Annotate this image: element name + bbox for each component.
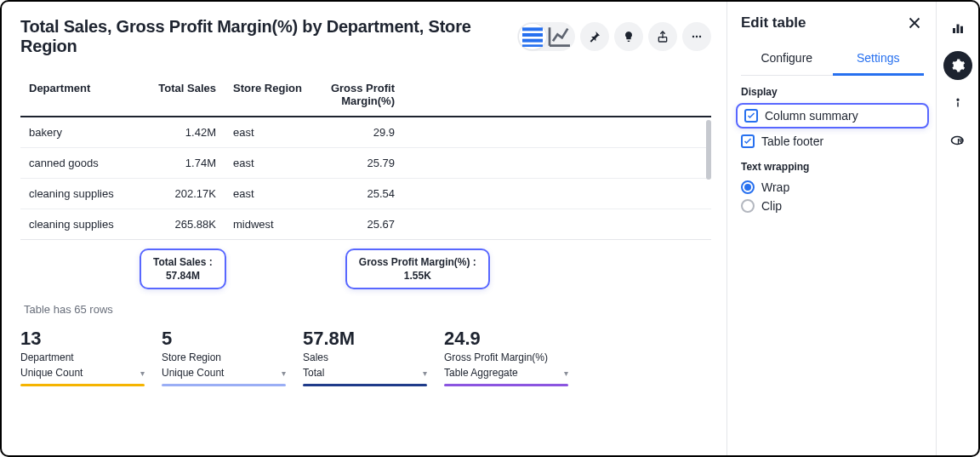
rail-chart-button[interactable] xyxy=(943,14,972,43)
summary-value: 57.8M xyxy=(303,328,427,350)
close-panel-button[interactable] xyxy=(905,14,924,32)
summary-agg-dropdown[interactable]: Unique Count▾ xyxy=(20,365,145,384)
cell-gpm: 25.54 xyxy=(318,179,403,209)
callout-label: Gross Profit Margin(%) : xyxy=(359,255,476,269)
lightbulb-icon xyxy=(622,30,635,43)
pin-button[interactable] xyxy=(580,22,609,51)
svg-text:R: R xyxy=(957,137,963,146)
table-row[interactable]: cleaning supplies202.17Keast25.54 xyxy=(20,179,711,209)
cell-total-sales: 202.17K xyxy=(131,179,225,209)
option-table-footer[interactable]: Table footer xyxy=(741,132,924,151)
summary-card: 57.8MSalesTotal▾ xyxy=(303,328,444,386)
callout-label: Total Sales : xyxy=(153,255,213,269)
svg-rect-3 xyxy=(522,44,543,47)
ideas-button[interactable] xyxy=(614,22,643,51)
summary-label: Department xyxy=(20,351,145,363)
radio-selected-icon xyxy=(741,180,755,194)
summary-agg-label: Unique Count xyxy=(20,367,83,379)
toolbar xyxy=(517,22,711,51)
cell-gpm: 29.9 xyxy=(318,117,403,148)
pin-icon xyxy=(588,30,601,43)
table-view-button[interactable] xyxy=(519,24,546,49)
tab-settings[interactable]: Settings xyxy=(833,48,925,76)
table-row[interactable]: canned goods1.74Meast25.79 xyxy=(20,148,711,179)
svg-rect-2 xyxy=(522,39,543,43)
summary-accent-bar xyxy=(162,384,286,386)
summary-accent-bar xyxy=(303,384,427,386)
option-label: Table footer xyxy=(761,134,823,148)
checkbox-checked-icon xyxy=(741,134,755,148)
cell-total-sales: 1.42M xyxy=(131,117,225,148)
close-icon xyxy=(905,14,924,32)
table-header-row: Department Total Sales Store Region Gros… xyxy=(20,73,711,117)
chart-view-button[interactable] xyxy=(546,24,573,49)
summary-value: 13 xyxy=(20,328,145,350)
svg-point-7 xyxy=(699,36,701,37)
summary-agg-dropdown[interactable]: Unique Count▾ xyxy=(162,365,286,384)
line-chart-icon xyxy=(546,23,573,50)
svg-rect-9 xyxy=(956,25,959,34)
col-header-department[interactable]: Department xyxy=(20,73,131,117)
cell-store-region: east xyxy=(225,148,318,179)
info-icon xyxy=(950,95,966,111)
option-label: Column summary xyxy=(765,109,858,123)
cell-department: cleaning supplies xyxy=(20,209,131,240)
gear-icon xyxy=(950,58,966,73)
option-wrap[interactable]: Wrap xyxy=(741,178,924,197)
svg-rect-0 xyxy=(522,27,543,31)
summary-card: 13DepartmentUnique Count▾ xyxy=(20,328,162,386)
option-column-summary[interactable]: Column summary xyxy=(736,103,929,129)
summary-footer: 13DepartmentUnique Count▾5Store RegionUn… xyxy=(20,328,711,386)
more-button[interactable] xyxy=(682,22,711,51)
table-row[interactable]: cleaning supplies265.88Kmidwest25.67 xyxy=(20,209,711,240)
rail-info-button[interactable] xyxy=(943,89,972,117)
more-horizontal-icon xyxy=(690,30,704,43)
summary-accent-bar xyxy=(444,384,568,386)
svg-rect-8 xyxy=(953,28,955,33)
r-logo-icon: R xyxy=(950,133,966,148)
column-summary-callouts: Total Sales : 57.84M Gross Profit Margin… xyxy=(20,248,711,289)
cell-department: canned goods xyxy=(20,148,131,179)
col-header-store-region[interactable]: Store Region xyxy=(225,73,318,117)
summary-agg-label: Total xyxy=(303,367,324,379)
svg-rect-1 xyxy=(522,33,543,37)
row-count-text: Table has 65 rows xyxy=(24,303,711,316)
data-table: Department Total Sales Store Region Gros… xyxy=(20,73,711,240)
table-icon xyxy=(519,23,546,50)
cell-department: cleaning supplies xyxy=(20,179,131,209)
cell-gpm: 25.79 xyxy=(318,148,403,179)
summary-value: 5 xyxy=(162,328,286,350)
share-icon xyxy=(656,30,669,43)
svg-point-6 xyxy=(696,36,698,37)
summary-value: 24.9 xyxy=(444,328,568,350)
rail-r-button[interactable]: R xyxy=(943,126,972,155)
table-row[interactable]: bakery1.42Meast29.9 xyxy=(20,117,711,148)
tab-configure[interactable]: Configure xyxy=(741,48,833,75)
cell-store-region: midwest xyxy=(225,209,318,240)
summary-agg-dropdown[interactable]: Table Aggregate▾ xyxy=(444,365,568,384)
view-toggle xyxy=(517,22,575,51)
callout-value: 57.84M xyxy=(153,269,213,283)
checkbox-checked-icon xyxy=(744,109,758,123)
option-clip[interactable]: Clip xyxy=(741,197,924,215)
svg-rect-10 xyxy=(960,26,963,33)
scroll-thumb[interactable] xyxy=(706,120,711,180)
section-display: Display xyxy=(741,86,924,98)
summary-label: Store Region xyxy=(162,351,286,363)
col-header-gpm[interactable]: Gross Profit Margin(%) xyxy=(318,73,403,117)
chevron-down-icon: ▾ xyxy=(423,368,427,378)
col-header-total-sales[interactable]: Total Sales xyxy=(131,73,225,117)
page-title: Total Sales, Gross Profit Margin(%) by D… xyxy=(20,17,517,56)
cell-total-sales: 1.74M xyxy=(131,148,225,179)
share-button[interactable] xyxy=(648,22,677,51)
bar-chart-icon xyxy=(950,20,966,36)
option-label: Wrap xyxy=(761,180,789,194)
summary-card: 24.9Gross Profit Margin(%)Table Aggregat… xyxy=(444,328,585,386)
svg-point-11 xyxy=(957,99,959,100)
summary-card: 5Store RegionUnique Count▾ xyxy=(162,328,303,386)
summary-accent-bar xyxy=(20,384,145,386)
summary-agg-dropdown[interactable]: Total▾ xyxy=(303,365,427,384)
table-scrollbar[interactable] xyxy=(706,120,711,239)
cell-gpm: 25.67 xyxy=(318,209,403,240)
rail-settings-button[interactable] xyxy=(943,51,972,80)
